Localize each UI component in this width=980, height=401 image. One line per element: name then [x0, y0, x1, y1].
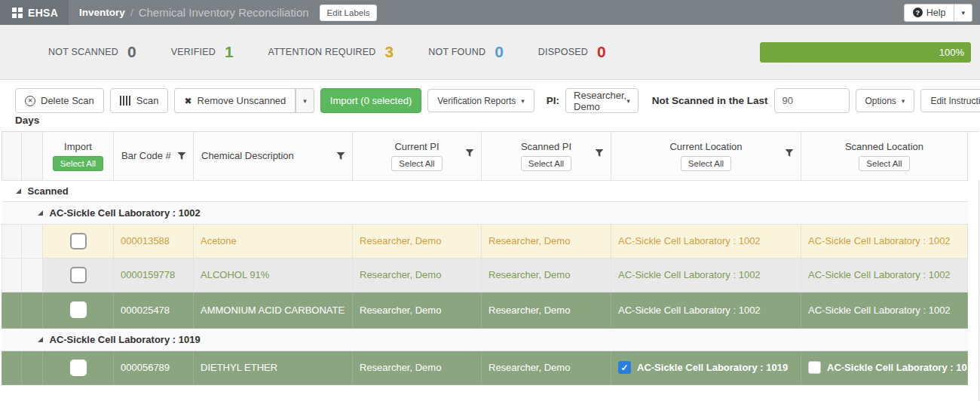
chevron-down-icon: ▾ [303, 97, 307, 105]
import-select-all-button[interactable]: Select All [53, 156, 103, 171]
group-row-scanned[interactable]: Scanned [2, 180, 968, 201]
counter-label: ATTENTION REQUIRED [268, 47, 376, 57]
breadcrumb-section[interactable]: Inventory [79, 7, 125, 18]
scanned-location-checkbox-unchecked[interactable] [808, 361, 821, 374]
import-checkbox[interactable] [70, 233, 87, 249]
collapse-triangle-icon[interactable] [38, 337, 43, 342]
indent-cell [22, 350, 43, 384]
help-button[interactable]: ? Help [904, 4, 955, 22]
toolbar: ✕ Delete Scan Scan ✖ Remove Unscanned ▾ … [0, 80, 980, 113]
verification-reports-button[interactable]: Verification Reports ▾ [427, 89, 534, 112]
barcode-icon [120, 96, 131, 106]
import-button[interactable]: Import (0 selected) [320, 88, 421, 113]
current-location-checkbox-checked[interactable]: ✓ [618, 361, 631, 374]
chevron-down-icon: ▾ [521, 97, 525, 105]
counter-verified: VERIFIED 1 [171, 43, 234, 61]
scanned-pi-cell: Researcher, Demo [482, 258, 611, 292]
scanned-pi-select-all-button[interactable]: Select All [521, 156, 571, 171]
delete-scan-icon: ✕ [25, 96, 35, 106]
filter-icon[interactable] [785, 148, 794, 158]
collapse-triangle-icon[interactable] [16, 188, 21, 194]
remove-unscanned-button[interactable]: ✖ Remove Unscanned [174, 88, 296, 113]
indent-cell [22, 224, 43, 258]
counter-label: VERIFIED [171, 47, 216, 57]
top-navigation-bar: EHSA Inventory / Chemical Inventory Reco… [0, 0, 980, 25]
not-scanned-days-input[interactable] [774, 88, 850, 113]
chemical-cell: Acetone [194, 224, 353, 258]
current-location-label: AC-Sickle Cell Laboratory : 1019 [637, 362, 788, 373]
chemical-cell: DIETHYL ETHER [194, 350, 353, 384]
column-header-current-pi[interactable]: Current PI Select All [353, 132, 482, 180]
breadcrumb-separator: / [130, 7, 133, 18]
column-header-scanned-location[interactable]: Scanned Location Select All [801, 132, 968, 180]
column-header-current-location[interactable]: Current Location Select All [611, 132, 801, 180]
group-indent-header [2, 132, 22, 180]
import-checkbox[interactable] [70, 267, 87, 283]
counter-label: NOT SCANNED [48, 47, 118, 57]
column-header-barcode[interactable]: Bar Code # [114, 132, 194, 180]
group-label: AC-Sickle Cell Laboratory : 1019 [50, 334, 201, 345]
column-header-chemical-description[interactable]: Chemical Description [194, 132, 353, 180]
check-icon: ✓ [620, 363, 628, 373]
pi-selected-value: Researcher, Demo [574, 90, 626, 112]
column-label: Current PI [394, 141, 439, 152]
column-label: Import [64, 141, 92, 152]
filter-icon[interactable] [336, 152, 345, 161]
scan-button[interactable]: Scan [110, 88, 169, 113]
column-label: Chemical Description [201, 150, 294, 161]
delete-scan-button[interactable]: ✕ Delete Scan [15, 88, 104, 113]
help-dropdown-button[interactable]: ▾ [954, 4, 972, 22]
help-icon: ? [913, 8, 923, 17]
scanned-location-label: AC-Sickle Cell Laboratory : 1002 [827, 362, 968, 373]
remove-icon: ✖ [184, 96, 191, 106]
app-brand[interactable]: EHSA [0, 0, 69, 25]
group-row-lab-1002[interactable]: AC-Sickle Cell Laboratory : 1002 [2, 201, 968, 224]
options-button[interactable]: Options ▾ [856, 89, 915, 112]
current-location-cell: AC-Sickle Cell Laboratory : 1002 [611, 258, 801, 292]
not-scanned-in-last-label: Not Scanned in the Last [652, 95, 768, 106]
column-label: Scanned Location [845, 141, 923, 152]
options-label: Options [865, 96, 896, 106]
counter-not-scanned: NOT SCANNED 0 [48, 43, 136, 61]
current-pi-cell: Researcher, Demo [353, 224, 482, 258]
counter-not-found: NOT FOUND 0 [428, 43, 504, 61]
counter-value: 3 [385, 43, 394, 61]
chemical-cell: ALCOHOL 91% [194, 258, 353, 292]
table-row-acetone[interactable]: 000013588 Acetone Researcher, Demo Resea… [2, 224, 968, 258]
chevron-down-icon: ▾ [902, 97, 905, 105]
filter-icon[interactable] [595, 148, 604, 158]
scanned-location-cell: AC-Sickle Cell Laboratory : 1002 [801, 224, 968, 258]
table-row-alcohol-91[interactable]: 0000159778 ALCOHOL 91% Researcher, Demo … [2, 258, 968, 292]
current-location-cell: ✓ AC-Sickle Cell Laboratory : 1019 [611, 350, 801, 384]
pi-select[interactable]: Researcher, Demo ▾ [565, 88, 639, 113]
indent-cell [2, 224, 22, 258]
column-header-scanned-pi[interactable]: Scanned PI Select All [482, 132, 611, 180]
counter-attention-required: ATTENTION REQUIRED 3 [268, 43, 394, 61]
group-label: Scanned [28, 185, 69, 197]
group-row-lab-1019[interactable]: AC-Sickle Cell Laboratory : 1019 [2, 328, 968, 350]
scanned-location-cell: AC-Sickle Cell Laboratory : 1002 [801, 258, 968, 292]
remove-unscanned-dropdown[interactable]: ▾ [296, 88, 314, 113]
table-row-ammonium-acid-carbonate[interactable]: 000025478 AMMONIUM ACID CARBONATE Resear… [2, 292, 968, 328]
group-indent-header [22, 132, 43, 180]
edit-labels-button[interactable]: Edit Labels [320, 5, 378, 21]
filter-icon[interactable] [465, 148, 474, 158]
current-location-select-all-button[interactable]: Select All [681, 156, 731, 171]
scanned-location-select-all-button[interactable]: Select All [859, 156, 909, 171]
indent-cell [22, 258, 43, 292]
remove-unscanned-label: Remove Unscanned [198, 95, 286, 106]
import-cell [43, 224, 114, 258]
import-checkbox[interactable] [70, 360, 87, 376]
edit-instructions-button[interactable]: Edit Instructions [920, 89, 980, 112]
scanned-pi-cell: Researcher, Demo [482, 292, 611, 328]
current-pi-select-all-button[interactable]: Select All [391, 156, 442, 171]
counter-value: 0 [495, 43, 504, 61]
import-checkbox[interactable] [70, 302, 87, 318]
days-label: Days [0, 113, 980, 129]
barcode-cell: 000013588 [114, 224, 194, 258]
column-label: Scanned PI [521, 141, 571, 152]
import-cell [43, 350, 114, 384]
table-row-diethyl-ether[interactable]: 000056789 DIETHYL ETHER Researcher, Demo… [2, 350, 968, 384]
collapse-triangle-icon[interactable] [38, 210, 43, 216]
filter-icon[interactable] [177, 152, 186, 161]
